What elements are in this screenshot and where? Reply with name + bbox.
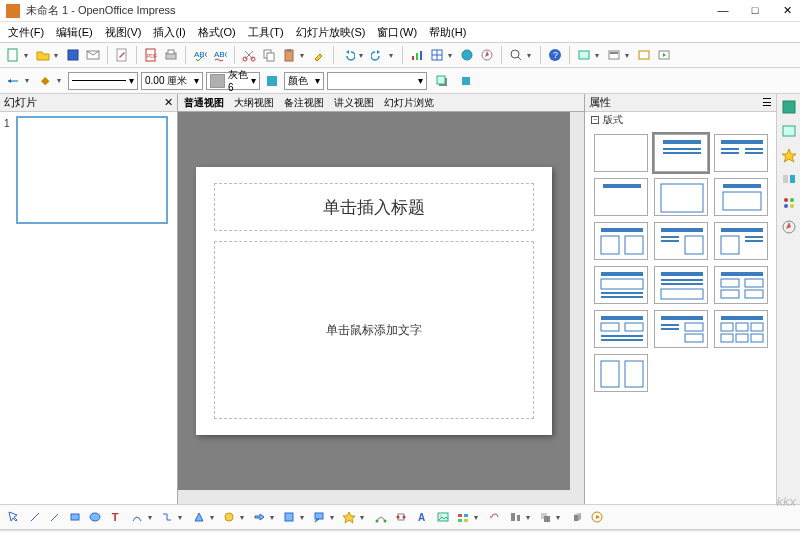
redo-button[interactable] (369, 46, 387, 64)
open-button[interactable] (34, 46, 52, 64)
open-dropdown[interactable]: ▾ (54, 51, 62, 60)
print-button[interactable] (162, 46, 180, 64)
select-tool[interactable] (4, 508, 22, 526)
ellipse-tool[interactable] (86, 508, 104, 526)
align-dropdown[interactable]: ▾ (526, 513, 534, 522)
layout-two-object[interactable] (594, 354, 648, 392)
format-paintbrush-button[interactable] (310, 46, 328, 64)
menu-window[interactable]: 窗口(W) (373, 23, 421, 42)
sidebar-navigator-icon[interactable] (780, 218, 798, 236)
navigator-button[interactable] (478, 46, 496, 64)
layout-title-two-content[interactable] (714, 134, 768, 172)
zoom-dropdown[interactable]: ▾ (527, 51, 535, 60)
tab-notes[interactable]: 备注视图 (284, 96, 324, 110)
tab-normal[interactable]: 普通视图 (184, 96, 224, 110)
basic-shapes-dropdown[interactable]: ▾ (210, 513, 218, 522)
layout-title-content-two-object[interactable] (654, 310, 708, 348)
block-arrows-tool[interactable] (250, 508, 268, 526)
line-tool[interactable] (26, 508, 44, 526)
layout-title-six-object[interactable] (714, 310, 768, 348)
hyperlink-button[interactable] (458, 46, 476, 64)
new-dropdown[interactable]: ▾ (24, 51, 32, 60)
canvas[interactable]: 单击插入标题 单击鼠标添加文字 (178, 112, 570, 490)
layout-title-only[interactable] (594, 178, 648, 216)
layout-object[interactable] (654, 178, 708, 216)
menu-tools[interactable]: 工具(T) (244, 23, 288, 42)
text-tool[interactable]: T (106, 508, 124, 526)
slide-panel-body[interactable]: 1 (0, 112, 177, 504)
line-style-button[interactable]: ◆ (36, 72, 54, 90)
slide-design-dropdown[interactable]: ▾ (595, 51, 603, 60)
arrange-dropdown[interactable]: ▾ (556, 513, 564, 522)
slide-design-button[interactable] (575, 46, 593, 64)
callouts-tool[interactable] (310, 508, 328, 526)
table-button[interactable] (428, 46, 446, 64)
fontwork-tool[interactable]: A (414, 508, 432, 526)
layout-blank[interactable] (594, 134, 648, 172)
properties-section[interactable]: − 版式 (585, 112, 776, 128)
layout-title-content-over-object[interactable] (654, 266, 708, 304)
undo-button[interactable] (339, 46, 357, 64)
edit-doc-button[interactable] (113, 46, 131, 64)
crop-button[interactable] (457, 72, 475, 90)
from-file-tool[interactable] (434, 508, 452, 526)
curve-dropdown[interactable]: ▾ (148, 513, 156, 522)
gallery-tool[interactable] (454, 508, 472, 526)
redo-dropdown[interactable]: ▾ (389, 51, 397, 60)
paste-dropdown[interactable]: ▾ (300, 51, 308, 60)
close-button[interactable]: ✕ (780, 4, 794, 17)
points-tool[interactable] (372, 508, 390, 526)
vertical-scrollbar[interactable] (570, 112, 584, 490)
content-placeholder[interactable]: 单击鼠标添加文字 (214, 241, 534, 419)
slide[interactable]: 单击插入标题 单击鼠标添加文字 (196, 167, 552, 435)
gallery-dropdown[interactable]: ▾ (474, 513, 482, 522)
spellcheck-button[interactable]: ABC (191, 46, 209, 64)
callouts-dropdown[interactable]: ▾ (330, 513, 338, 522)
align-tool[interactable] (506, 508, 524, 526)
slide-thumbnail[interactable] (16, 116, 168, 224)
minimize-button[interactable]: — (716, 4, 730, 17)
title-placeholder[interactable]: 单击插入标题 (214, 183, 534, 231)
auto-spellcheck-button[interactable]: ABC (211, 46, 229, 64)
line-style-select[interactable]: ▾ (68, 72, 138, 90)
cut-button[interactable] (240, 46, 258, 64)
connector-tool[interactable] (158, 508, 176, 526)
arrow-style-dropdown[interactable]: ▾ (25, 76, 33, 85)
flowchart-tool[interactable] (280, 508, 298, 526)
undo-dropdown[interactable]: ▾ (359, 51, 367, 60)
sidebar-animation-icon[interactable] (780, 146, 798, 164)
menu-view[interactable]: 视图(V) (101, 23, 146, 42)
slide-master-button[interactable] (635, 46, 653, 64)
arrow-tool[interactable] (46, 508, 64, 526)
basic-shapes-tool[interactable] (190, 508, 208, 526)
layout-title-content[interactable] (654, 134, 708, 172)
copy-button[interactable] (260, 46, 278, 64)
export-pdf-button[interactable]: PDF (142, 46, 160, 64)
sidebar-transition-icon[interactable] (780, 170, 798, 188)
slide-layout-dropdown[interactable]: ▾ (625, 51, 633, 60)
help-button[interactable]: ? (546, 46, 564, 64)
extrusion-tool[interactable] (568, 508, 586, 526)
flowchart-dropdown[interactable]: ▾ (300, 513, 308, 522)
tab-sorter[interactable]: 幻灯片浏览 (384, 96, 434, 110)
menu-help[interactable]: 帮助(H) (425, 23, 470, 42)
interaction-tool[interactable] (588, 508, 606, 526)
arrange-tool[interactable] (536, 508, 554, 526)
symbol-shapes-tool[interactable] (220, 508, 238, 526)
email-button[interactable] (84, 46, 102, 64)
table-dropdown[interactable]: ▾ (448, 51, 456, 60)
menu-slideshow[interactable]: 幻灯片放映(S) (292, 23, 370, 42)
fill-type-select[interactable]: 颜色▾ (284, 72, 324, 90)
layout-title-object-content[interactable] (714, 222, 768, 260)
block-arrows-dropdown[interactable]: ▾ (270, 513, 278, 522)
horizontal-scrollbar[interactable] (178, 490, 584, 504)
paste-button[interactable] (280, 46, 298, 64)
properties-menu-icon[interactable]: ☰ (762, 96, 772, 109)
rotate-tool[interactable] (486, 508, 504, 526)
symbol-shapes-dropdown[interactable]: ▾ (240, 513, 248, 522)
save-button[interactable] (64, 46, 82, 64)
menu-edit[interactable]: 编辑(E) (52, 23, 97, 42)
shadow-button[interactable] (433, 72, 451, 90)
layout-title-object-over-content[interactable] (594, 266, 648, 304)
line-style-dropdown[interactable]: ▾ (57, 76, 65, 85)
